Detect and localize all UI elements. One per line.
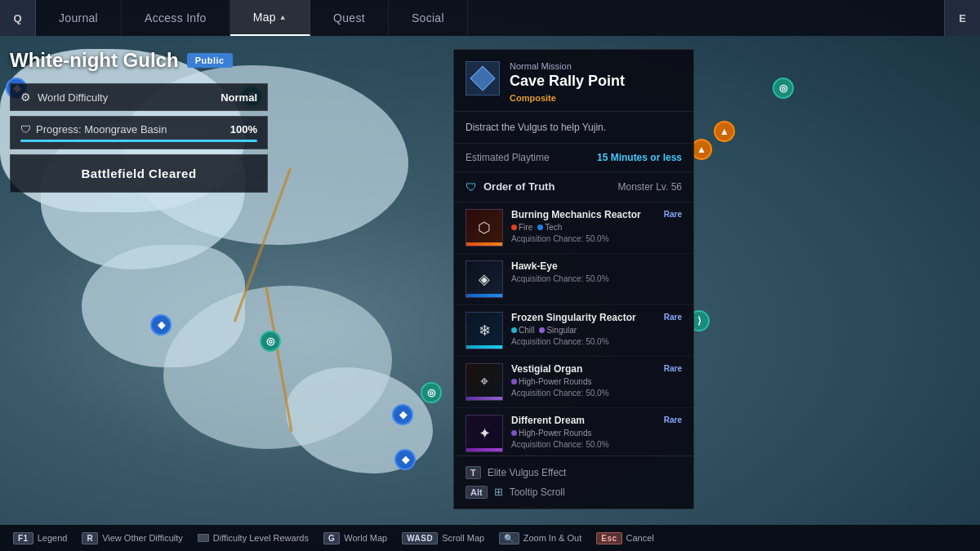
item-thumbnail: ◈	[466, 260, 503, 298]
item-tag: Tech	[537, 223, 562, 232]
nav-key-e[interactable]: E	[944, 0, 980, 36]
map-marker-5[interactable]: ◆	[150, 314, 172, 335]
difficulty-icon: ⚙	[20, 91, 31, 104]
nav-key-q[interactable]: Q	[0, 0, 36, 36]
zoom-label: Zoom In & Out	[523, 533, 582, 543]
bottom-cancel: Esc Cancel	[596, 532, 654, 544]
map-marker-3[interactable]: ▲	[714, 121, 735, 142]
tab-map[interactable]: Map ▲	[230, 0, 310, 36]
item-name-row: Hawk-Eye	[511, 260, 682, 272]
map-marker-8[interactable]: ◆	[392, 404, 413, 425]
item-tags: FireTech	[511, 223, 682, 232]
elite-label: Elite Vulgus Effect	[488, 467, 567, 478]
tab-social[interactable]: Social	[389, 0, 468, 36]
item-row: ⌖ Vestigial Organ Rare High-Power Rounds…	[454, 357, 693, 408]
difficulty-value: Normal	[220, 91, 257, 104]
item-row: ⬡ Burning Mechanics Reactor Rare FireTec…	[454, 202, 693, 254]
tag-dot	[539, 327, 545, 333]
item-info: Different Dream Rare High-Power Rounds A…	[511, 415, 682, 449]
world-map-key: G	[323, 532, 340, 544]
item-name: Frozen Singularity Reactor	[511, 312, 636, 323]
map-marker-4[interactable]: ◎	[773, 78, 794, 99]
progress-bar-bg	[20, 140, 257, 142]
item-thumbnail: ⬡	[466, 209, 503, 247]
item-tag: Chill	[511, 326, 534, 335]
cancel-key: Esc	[596, 532, 621, 544]
footer-scroll-row: Alt ⊞ Tooltip Scroll	[466, 482, 682, 502]
left-panel: White-night Gulch Public ⚙ World Difficu…	[0, 36, 278, 202]
top-navigation: Q Journal Access Info Map ▲ Quest Social…	[0, 0, 980, 36]
item-rarity-bar	[466, 294, 502, 297]
difficulty-label-bottom: View Other Difficulty	[102, 533, 183, 543]
progress-pct: 100%	[230, 123, 257, 136]
item-chance: Acquisition Chance: 50.0%	[511, 389, 682, 398]
map-marker-7[interactable]: ◎	[421, 382, 442, 403]
item-tags: High-Power Rounds	[511, 429, 682, 438]
tab-access-info[interactable]: Access Info	[122, 0, 230, 36]
playtime-label: Estimated Playtime	[466, 152, 597, 163]
item-thumbnail: ❄	[466, 312, 503, 349]
item-name-row: Frozen Singularity Reactor Rare	[511, 312, 682, 323]
item-row: ✦ Different Dream Rare High-Power Rounds…	[454, 408, 693, 455]
bottom-bar: F1 Legend R View Other Difficulty Diffic…	[0, 525, 980, 551]
item-tag: High-Power Rounds	[511, 377, 592, 386]
item-name-row: Burning Mechanics Reactor Rare	[511, 209, 682, 220]
item-row: ◈ Hawk-Eye Acquisition Chance: 50.0%	[454, 254, 693, 305]
map-marker-6[interactable]: ◎	[260, 331, 281, 352]
item-icon: ⌖	[480, 373, 488, 390]
mission-icon-box	[466, 61, 500, 96]
item-thumbnail: ⌖	[466, 363, 503, 401]
items-list[interactable]: ⬡ Burning Mechanics Reactor Rare FireTec…	[454, 202, 693, 455]
item-rarity: Rare	[664, 210, 682, 219]
scroll-label: Tooltip Scroll	[510, 487, 565, 498]
item-icon: ❄	[479, 322, 491, 340]
bottom-world-map: G World Map	[323, 532, 387, 544]
difficulty-row: ⚙ World Difficulty Normal	[10, 83, 268, 111]
item-chance: Acquisition Chance: 50.0%	[511, 234, 682, 243]
diff-rewards-label: Difficulty Level Rewards	[213, 533, 309, 543]
legend-key: F1	[13, 532, 33, 544]
playtime-value: 15 Minutes or less	[597, 152, 682, 163]
item-info: Burning Mechanics Reactor Rare FireTech …	[511, 209, 682, 243]
tag-dot	[511, 379, 517, 384]
diff-icon	[198, 534, 209, 542]
item-rarity: Rare	[664, 364, 682, 373]
item-rarity-bar	[466, 448, 502, 451]
zoom-key: 🔍	[499, 532, 519, 544]
order-icon: 🛡	[466, 180, 477, 193]
progress-icon: 🛡	[20, 123, 31, 136]
scroll-icon: ⊞	[494, 486, 503, 498]
mission-order-row: 🛡 Order of Truth Monster Lv. 56	[454, 172, 693, 202]
item-chance: Acquisition Chance: 50.0%	[511, 274, 682, 283]
item-name: Different Dream	[511, 415, 585, 426]
mission-name: Cave Rally Point	[510, 73, 682, 91]
item-icon: ⬡	[478, 219, 491, 237]
item-info: Vestigial Organ Rare High-Power Rounds A…	[511, 363, 682, 398]
order-name: Order of Truth	[483, 180, 612, 193]
item-name-row: Vestigial Organ Rare	[511, 363, 682, 375]
item-tags: High-Power Rounds	[511, 377, 682, 386]
item-chance: Acquisition Chance: 50.0%	[511, 440, 682, 449]
world-map-label: World Map	[344, 533, 387, 543]
item-thumbnail: ✦	[466, 415, 503, 452]
item-row: ❄ Frozen Singularity Reactor Rare ChillS…	[454, 305, 693, 357]
tab-journal[interactable]: Journal	[36, 0, 122, 36]
progress-row: 🛡 Progress: Moongrave Basin 100%	[10, 116, 268, 149]
mission-header: Normal Mission Cave Rally Point Composit…	[454, 50, 693, 112]
elite-key: T	[466, 466, 481, 479]
item-rarity: Rare	[664, 415, 682, 424]
tag-dot	[537, 224, 543, 230]
item-name: Hawk-Eye	[511, 260, 558, 272]
tab-quest[interactable]: Quest	[310, 0, 389, 36]
item-icon: ◈	[479, 270, 490, 288]
item-info: Hawk-Eye Acquisition Chance: 50.0%	[511, 260, 682, 283]
cancel-label: Cancel	[626, 533, 654, 543]
bottom-zoom: 🔍 Zoom In & Out	[499, 532, 581, 544]
footer-elite-row: T Elite Vulgus Effect	[466, 463, 682, 482]
bottom-difficulty: R View Other Difficulty	[82, 532, 182, 544]
cleared-row: Battlefield Cleared	[10, 154, 268, 193]
map-marker-9[interactable]: ◆	[394, 449, 416, 470]
item-rarity-bar	[466, 397, 502, 400]
mission-icon-diamond	[470, 65, 495, 91]
bottom-scroll-map: WASD Scroll Map	[402, 532, 484, 544]
